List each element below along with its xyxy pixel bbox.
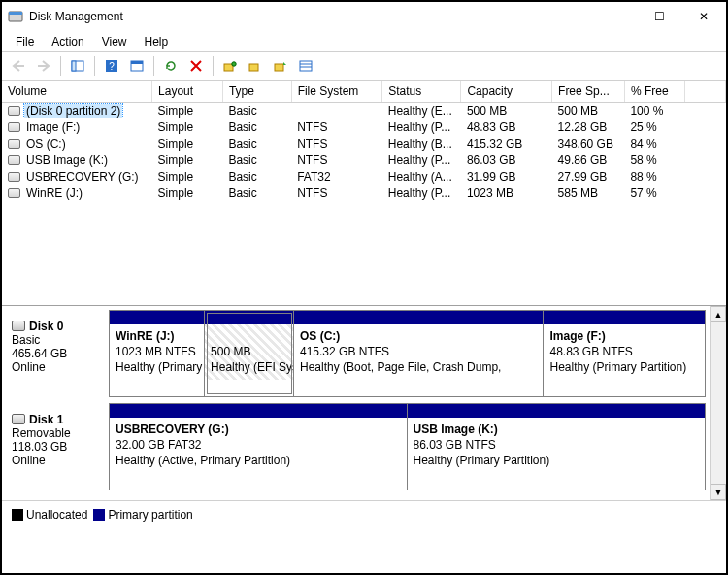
table-cell <box>291 102 382 118</box>
table-row[interactable]: OS (C:)SimpleBasicNTFSHealthy (B...415.3… <box>2 135 726 152</box>
menu-action[interactable]: Action <box>44 33 91 51</box>
partition-body: OS (C:)415.32 GB NTFSHealthy (Boot, Page… <box>294 324 543 380</box>
partition-size: 1023 MB NTFS <box>116 345 196 358</box>
column-header[interactable]: File System <box>291 81 382 102</box>
window-title: Disk Management <box>29 10 592 23</box>
toolbar-separator <box>94 56 95 76</box>
table-cell: Basic <box>222 118 291 135</box>
disk-name: Disk 0 <box>29 320 63 333</box>
partition-status: Healthy (EFI Syst <box>211 360 293 374</box>
close-button[interactable]: ✕ <box>681 2 726 31</box>
settings-button[interactable] <box>126 55 148 77</box>
disk-type: Removable <box>12 426 71 440</box>
table-cell <box>685 152 726 168</box>
volume-name: OS (C:) <box>24 137 68 151</box>
table-cell <box>685 185 726 201</box>
disk-header[interactable]: Disk 0Basic465.64 GBOnline <box>12 310 109 397</box>
table-cell: Simple <box>152 135 223 152</box>
table-cell: Healthy (P... <box>382 118 461 135</box>
volume-name: (Disk 0 partition 2) <box>24 104 122 118</box>
scroll-up-arrow[interactable]: ▲ <box>711 306 726 322</box>
partition[interactable]: WinRE (J:)1023 MB NTFSHealthy (Primary P… <box>110 311 205 396</box>
scrollbar-vertical[interactable]: ▲ ▼ <box>710 306 726 500</box>
legend: Unallocated Primary partition <box>2 500 726 527</box>
table-row[interactable]: USBRECOVERY (G:)SimpleBasicFAT32Healthy … <box>2 168 726 185</box>
menu-view[interactable]: View <box>94 33 135 51</box>
column-header[interactable] <box>685 81 726 102</box>
table-row[interactable]: Image (F:)SimpleBasicNTFSHealthy (P...48… <box>2 118 726 135</box>
tool-b-button[interactable] <box>245 55 266 77</box>
table-cell: 27.99 GB <box>552 168 625 185</box>
table-cell: 12.28 GB <box>552 118 625 135</box>
column-header[interactable]: Capacity <box>461 81 552 102</box>
table-cell: FAT32 <box>291 168 382 185</box>
table-cell: 57 % <box>624 185 684 201</box>
tool-a-button[interactable] <box>219 55 241 77</box>
partition[interactable]: USBRECOVERY (G:)32.00 GB FAT32Healthy (A… <box>110 404 408 490</box>
show-hide-tree-button[interactable] <box>67 55 88 77</box>
partition-size: 500 MB <box>211 345 250 358</box>
table-cell: Simple <box>152 152 223 168</box>
partition-stripe <box>110 311 204 324</box>
partition[interactable]: 500 MBHealthy (EFI Syst <box>205 311 294 396</box>
partition-status: Healthy (Boot, Page File, Crash Dump, <box>300 360 501 374</box>
disk-state: Online <box>12 454 46 467</box>
table-cell <box>685 118 726 135</box>
titlebar: Disk Management — ☐ ✕ <box>2 2 726 31</box>
tool-c-button[interactable] <box>270 55 291 77</box>
volume-name: Image (F:) <box>24 120 82 134</box>
maximize-button[interactable]: ☐ <box>637 2 681 31</box>
disk-icon <box>12 414 25 424</box>
refresh-button[interactable] <box>160 55 182 77</box>
table-cell: NTFS <box>291 185 382 201</box>
table-cell: Healthy (P... <box>382 185 461 201</box>
table-cell <box>685 102 726 118</box>
partition-title: WinRE (J:) <box>116 329 175 343</box>
help-button[interactable]: ? <box>101 55 122 77</box>
disk-header[interactable]: Disk 1Removable118.03 GBOnline <box>12 403 109 490</box>
toolbar: ? <box>2 52 726 80</box>
column-header[interactable]: Type <box>222 81 291 102</box>
legend-swatch-black <box>12 509 23 521</box>
app-icon <box>8 9 23 24</box>
column-header[interactable]: Layout <box>152 81 223 102</box>
partition[interactable]: Image (F:)48.83 GB NTFSHealthy (Primary … <box>544 311 705 396</box>
back-button[interactable] <box>8 55 29 77</box>
volume-name: WinRE (J:) <box>24 186 84 200</box>
column-header[interactable]: Free Sp... <box>552 81 625 102</box>
forward-button[interactable] <box>33 55 54 77</box>
disk-row: Disk 1Removable118.03 GBOnlineUSBRECOVER… <box>2 399 710 492</box>
partition[interactable]: USB Image (K:)86.03 GB NTFSHealthy (Prim… <box>408 404 706 490</box>
column-header[interactable]: Status <box>382 81 461 102</box>
toolbar-separator <box>60 56 61 76</box>
table-cell: Image (F:) <box>2 118 152 135</box>
table-cell: Healthy (A... <box>382 168 461 185</box>
partition-stripe <box>294 311 543 324</box>
delete-button[interactable] <box>185 55 207 77</box>
minimize-button[interactable]: — <box>592 2 637 31</box>
legend-label: Unallocated <box>26 508 87 522</box>
disk-size: 465.64 GB <box>12 347 67 360</box>
menu-help[interactable]: Help <box>137 33 177 51</box>
menu-file[interactable]: File <box>8 33 42 51</box>
partition-container: WinRE (J:)1023 MB NTFSHealthy (Primary P… <box>109 310 706 397</box>
legend-swatch-navy <box>93 509 105 521</box>
svg-point-9 <box>232 62 236 66</box>
table-cell <box>685 135 726 152</box>
partition[interactable]: OS (C:)415.32 GB NTFSHealthy (Boot, Page… <box>294 311 544 396</box>
table-cell: USBRECOVERY (G:) <box>2 168 152 185</box>
scroll-down-arrow[interactable]: ▼ <box>711 484 726 500</box>
partition-size: 32.00 GB FAT32 <box>116 438 202 452</box>
table-cell <box>685 168 726 185</box>
table-row[interactable]: (Disk 0 partition 2)SimpleBasicHealthy (… <box>2 102 726 118</box>
column-header[interactable]: Volume <box>2 81 152 102</box>
table-row[interactable]: USB Image (K:)SimpleBasicNTFSHealthy (P.… <box>2 152 726 168</box>
partition-stripe <box>544 311 705 324</box>
volume-list[interactable]: VolumeLayoutTypeFile SystemStatusCapacit… <box>2 81 726 306</box>
properties-button[interactable] <box>295 55 316 77</box>
column-header[interactable]: % Free <box>624 81 684 102</box>
scroll-track[interactable] <box>711 322 726 484</box>
table-row[interactable]: WinRE (J:)SimpleBasicNTFSHealthy (P...10… <box>2 185 726 201</box>
table-cell: 84 % <box>624 135 684 152</box>
partition-status: Healthy (Primary Pa <box>116 360 204 374</box>
